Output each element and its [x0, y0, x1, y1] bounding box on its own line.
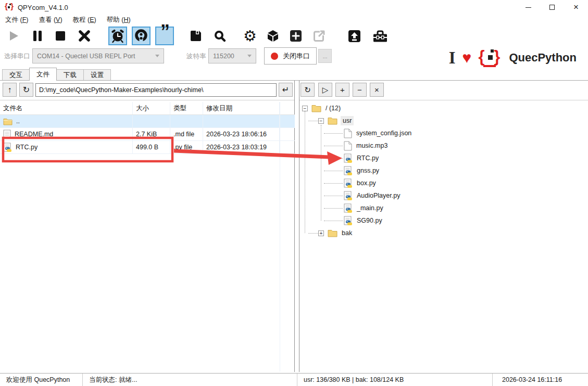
tree-item-music[interactable]: music.mp3 — [299, 139, 588, 152]
search-icon — [214, 30, 227, 43]
table-row-parent-dir[interactable]: .. — [0, 115, 295, 128]
save-button[interactable] — [186, 27, 205, 45]
toolbox-button[interactable] — [371, 27, 390, 45]
upload-icon — [348, 30, 361, 43]
more-options-button[interactable]: ... — [318, 49, 332, 63]
tree-item-rtc[interactable]: RTC.py — [299, 152, 588, 164]
tree-item-audioplayer[interactable]: AudioPlayer.py — [299, 189, 588, 202]
delete-file-button[interactable]: × — [370, 83, 384, 97]
x-icon: × — [374, 85, 379, 94]
tab-interact[interactable]: 交互 — [2, 69, 30, 81]
share-external-icon — [312, 30, 326, 43]
collapse-icon[interactable]: − — [318, 118, 324, 124]
chevron-down-icon — [247, 55, 252, 57]
maximize-button[interactable] — [540, 0, 564, 15]
chevron-down-icon — [155, 55, 159, 57]
tree-item-gnss[interactable]: gnss.py — [299, 164, 588, 177]
add-file-button[interactable]: + — [335, 83, 349, 97]
maximize-icon — [549, 5, 555, 10]
collapse-icon[interactable]: − — [302, 106, 308, 111]
quote-tool-button[interactable]: ” — [155, 27, 174, 45]
stop-button[interactable] — [51, 27, 70, 45]
table-row-readme[interactable]: README.md 2.7 KiB .md file 2026-03-23 18… — [0, 128, 295, 141]
settings-button[interactable]: ⚙ — [241, 27, 259, 45]
python-file-icon — [344, 203, 353, 213]
package-button[interactable] — [264, 27, 282, 45]
menu-file[interactable]: 文件 (F) — [0, 15, 33, 25]
cube-icon — [266, 29, 280, 43]
minimize-icon — [526, 7, 531, 8]
folder-icon — [311, 104, 321, 112]
folder-icon — [328, 229, 337, 237]
gear-icon: ⚙ — [243, 29, 257, 43]
x-icon — [78, 30, 91, 42]
python-file-icon — [344, 191, 353, 201]
app-logo-icon: {} — [5, 3, 14, 12]
close-port-button[interactable]: 关闭串口 — [264, 47, 317, 65]
expand-icon[interactable]: + — [318, 230, 324, 236]
alarm-clock-icon — [110, 29, 125, 43]
speaker-ring-icon — [134, 29, 148, 43]
heart-icon: ♥ — [462, 50, 472, 66]
run-icon: ▷ — [322, 85, 329, 95]
run-file-button[interactable]: ▷ — [318, 83, 332, 97]
upload-firmware-button[interactable] — [345, 27, 364, 45]
baud-label: 波特率 — [186, 52, 206, 61]
menu-tutorial[interactable]: 教程 (E) — [68, 15, 102, 25]
window-title: QPYcom_V4.1.0 — [18, 4, 68, 11]
alarm-tool-button[interactable] — [108, 27, 127, 45]
close-button[interactable]: × — [564, 0, 588, 15]
remove-file-button[interactable]: − — [353, 83, 367, 97]
tree-item-main[interactable]: _main.py — [299, 202, 588, 214]
col-type[interactable]: 类型 — [170, 102, 203, 114]
file-icon — [344, 141, 352, 151]
brand-i: I — [449, 50, 456, 66]
table-row-rtc[interactable]: RTC.py 499.0 B .py file 2026-03-23 18:03… — [0, 141, 295, 154]
baud-select[interactable]: 115200 — [208, 48, 256, 63]
refresh-device-button[interactable]: ↻ — [301, 83, 315, 97]
go-path-button[interactable]: ↵ — [279, 83, 293, 97]
up-dir-button[interactable]: ↑ — [3, 83, 17, 97]
search-button[interactable] — [210, 27, 229, 45]
col-filename[interactable]: 文件名 — [0, 102, 133, 114]
menu-view[interactable]: 查看 (V) — [33, 15, 67, 25]
col-date[interactable]: 修改日期 — [203, 102, 280, 114]
run-script-button[interactable] — [4, 27, 23, 45]
tab-download[interactable]: 下载 — [56, 69, 84, 81]
local-file-table: 文件名 大小 类型 修改日期 .. README.md 2.7 KiB .md … — [0, 102, 295, 154]
refresh-local-button[interactable]: ↻ — [19, 83, 33, 97]
plus-icon: + — [340, 85, 345, 94]
brand-name: QuecPython — [509, 51, 577, 65]
status-datetime: 2026-03-24 16:11:16 — [492, 374, 568, 386]
device-file-tree: − / (12) − usr system_config.json music.… — [299, 102, 588, 371]
table-header: 文件名 大小 类型 修改日期 — [0, 102, 295, 115]
tree-item-sg90[interactable]: SG90.py — [299, 214, 588, 227]
minimize-button[interactable] — [516, 0, 540, 15]
quecpython-logo-icon: {} — [478, 48, 502, 67]
toolbox-icon — [373, 30, 387, 43]
close-task-button[interactable] — [75, 27, 94, 45]
export-button[interactable] — [309, 27, 328, 45]
file-icon — [344, 128, 352, 138]
pause-button[interactable] — [28, 27, 47, 45]
add-button[interactable] — [286, 27, 305, 45]
tree-item-box[interactable]: box.py — [299, 177, 588, 189]
tree-item-system-config[interactable]: system_config.json — [299, 127, 588, 139]
column-guide-line — [280, 102, 280, 371]
folder-icon — [328, 117, 337, 125]
path-input[interactable] — [35, 83, 277, 97]
status-bar: 欢迎使用 QuecPython 当前状态: 就绪... usr: 136/380… — [0, 373, 588, 386]
tab-settings[interactable]: 设置 — [83, 69, 111, 81]
tree-item-bak[interactable]: + bak — [299, 227, 588, 239]
menu-help[interactable]: 帮助 (H) — [102, 15, 136, 25]
minus-icon: − — [357, 85, 362, 94]
tree-item-root[interactable]: − / (12) — [299, 102, 588, 114]
tab-bar: 交互 文件 下载 设置 — [0, 68, 588, 81]
tree-item-usr[interactable]: − usr — [299, 114, 588, 127]
status-welcome: 欢迎使用 QuecPython — [0, 374, 82, 386]
col-size[interactable]: 大小 — [133, 102, 170, 114]
enter-icon: ↵ — [282, 85, 289, 95]
port-select[interactable]: COM14 - Quectel USB REPL Port — [32, 48, 164, 63]
tab-files[interactable]: 文件 — [29, 68, 57, 81]
audio-tool-button[interactable] — [132, 27, 151, 45]
